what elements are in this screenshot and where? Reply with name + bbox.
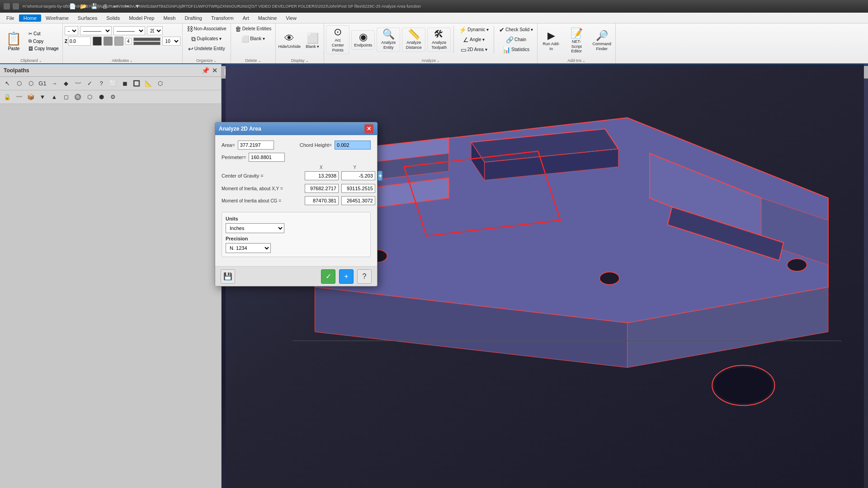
toolpaths-pin-icon[interactable]: 📌 (202, 67, 209, 74)
moi-xy-y-input[interactable] (341, 184, 375, 193)
check-solid-button[interactable]: ✔Check Solid ▾ (497, 25, 535, 34)
angle-button[interactable]: ∠Angle ▾ (457, 35, 491, 44)
menu-modelprep[interactable]: Model Prep (124, 14, 159, 22)
menu-art[interactable]: Art (238, 14, 254, 22)
menu-surfaces[interactable]: Surfaces (73, 14, 102, 22)
toolpaths-close-icon[interactable]: ✕ (212, 67, 217, 74)
chain-button[interactable]: 🔗Chain (497, 35, 535, 44)
tb-extra3[interactable]: 🔲 (131, 78, 142, 89)
menu-wireframe[interactable]: Wireframe (41, 14, 73, 22)
moi-cg-x-input[interactable] (305, 196, 339, 205)
qat-save[interactable]: 💾 (90, 2, 99, 11)
tb-diamond[interactable]: ◆ (61, 78, 71, 89)
qat-dropdown[interactable]: ▼ (133, 2, 142, 11)
duplicates-button[interactable]: ⧉Duplicates ▾ (189, 34, 223, 43)
paste-button[interactable]: 📋 Paste (2, 29, 26, 53)
tb-extra6[interactable]: ⚙ (108, 92, 118, 103)
precision-select[interactable]: N. 1234 N. 12 N. 123 N. 12345 (226, 243, 271, 253)
cog-y-input[interactable] (341, 171, 375, 180)
area-input[interactable] (238, 141, 274, 150)
dialog-ok-button[interactable]: ✓ (321, 269, 335, 284)
tb-box[interactable]: 📦 (25, 92, 36, 103)
line-style-select[interactable]: ———— (80, 26, 112, 35)
line-width-select[interactable]: ———— (113, 26, 145, 35)
tb-hex1[interactable]: ⬡ (84, 92, 95, 103)
analyze-distance-button[interactable]: 📏 Analyze Distance (402, 28, 425, 52)
dialog-help-button[interactable]: ? (357, 269, 372, 284)
analyze-expand[interactable]: ⌄ (437, 59, 440, 63)
menu-transform[interactable]: Transform (207, 14, 238, 22)
delete-expand[interactable]: ⌄ (258, 59, 261, 63)
dialog-titlebar[interactable]: Analyze 2D Area ✕ (215, 122, 377, 135)
arc-center-points-button[interactable]: ⊙ Arc Center Points (326, 25, 349, 54)
cog-x-input[interactable] (305, 171, 339, 180)
qat-redo[interactable]: ↪ (122, 2, 131, 11)
tb-up[interactable]: ▲ (49, 92, 60, 103)
attributes-expand[interactable]: ⌄ (130, 59, 133, 63)
line-type-select[interactable]: — (65, 26, 78, 35)
hide-unhide-button[interactable]: 👁 Hide/Unhide (278, 32, 301, 51)
run-addin-button[interactable]: ▶ Run Add-In (539, 29, 563, 53)
linestyle-preview2[interactable] (133, 42, 160, 45)
tb-wave2[interactable]: 〰 (14, 92, 24, 103)
dialog-save-button[interactable]: 💾 (221, 269, 235, 284)
menu-mesh[interactable]: Mesh (159, 14, 180, 22)
tb-circ[interactable]: 🔘 (72, 92, 83, 103)
tb-extra4[interactable]: 📐 (143, 78, 154, 89)
endpoints-button[interactable]: ◉ Endpoints (351, 30, 375, 50)
tb-question[interactable]: ? (96, 78, 107, 89)
copy-image-button[interactable]: 🖼Copy Image (27, 45, 61, 52)
tb-arrow[interactable]: → (49, 78, 60, 89)
qat-undo[interactable]: ↩ (111, 2, 120, 11)
command-finder-button[interactable]: 🔎 Command Finder (590, 29, 613, 53)
qat-print[interactable]: 🖨 (100, 2, 109, 11)
tb-g1[interactable]: G1 (37, 78, 48, 89)
analyze-entity-button[interactable]: 🔍 Analyze Entity (377, 28, 400, 52)
color-swatch3[interactable] (114, 37, 123, 46)
clipboard-expand[interactable]: ⌄ (39, 59, 42, 63)
color-swatch2[interactable] (104, 37, 113, 46)
cog-plus-button[interactable]: + (378, 171, 382, 181)
moi-xy-x-input[interactable] (305, 184, 339, 193)
perimeter-input[interactable] (249, 153, 285, 162)
qat-new[interactable]: 📄 (68, 2, 77, 11)
dynamic-button[interactable]: ⚡Dynamic ▾ (457, 25, 491, 34)
analyze-toolpath-button[interactable]: 🛠 Analyze Toolpath (427, 28, 451, 52)
cut-button[interactable]: ✂Cut (27, 30, 61, 37)
tb-extra1[interactable]: ⬜ (108, 78, 118, 89)
blank-display-button[interactable]: ⬜ Blank ▾ (303, 32, 322, 51)
tb-select[interactable]: ⬡ (14, 78, 24, 89)
dialog-add-button[interactable]: + (339, 269, 354, 284)
menu-view[interactable]: View (281, 14, 301, 22)
display-expand[interactable]: ⌄ (306, 59, 309, 63)
tb-hex2[interactable]: ⬢ (96, 92, 107, 103)
tb-lock[interactable]: 🔒 (2, 92, 13, 103)
chord-height-input[interactable] (335, 141, 371, 150)
units-select[interactable]: Inches Millimeters (226, 223, 284, 233)
menu-machine[interactable]: Machine (254, 14, 282, 22)
z-input[interactable] (68, 37, 91, 46)
view-select[interactable]: 2D (147, 26, 163, 35)
net-script-editor-button[interactable]: 📝 NET-Script Editor (565, 27, 588, 56)
statistics-button[interactable]: 📊Statistics (497, 45, 535, 54)
organize-expand[interactable]: ⌄ (213, 59, 217, 63)
menu-file[interactable]: File (2, 14, 19, 22)
moi-cg-y-input[interactable] (341, 196, 375, 205)
tb-wave[interactable]: 〰 (72, 78, 83, 89)
delete-entities-button[interactable]: 🗑Delete Entities (233, 24, 274, 33)
tb-select2[interactable]: ⬡ (25, 78, 36, 89)
non-associative-button[interactable]: ⛓Non-Associative (184, 24, 229, 33)
blank-button[interactable]: ⬜Blank ▾ (239, 34, 267, 43)
color-swatch[interactable] (93, 37, 102, 46)
linestyle-preview1[interactable] (133, 38, 160, 41)
dialog-close-button[interactable]: ✕ (364, 124, 373, 133)
tb-down[interactable]: ▼ (37, 92, 48, 103)
menu-home[interactable]: Home (19, 14, 41, 22)
tb-cursor[interactable]: ↖ (2, 78, 13, 89)
undelete-entity-button[interactable]: ↩Undelete Entity (186, 44, 227, 53)
2d-area-button[interactable]: ▭2D Area ▾ (457, 45, 491, 54)
menu-solids[interactable]: Solids (102, 14, 124, 22)
linewidth-num[interactable]: 4 (125, 38, 132, 45)
copy-button[interactable]: ⧉Copy (27, 38, 61, 45)
menu-drafting[interactable]: Drafting (180, 14, 207, 22)
